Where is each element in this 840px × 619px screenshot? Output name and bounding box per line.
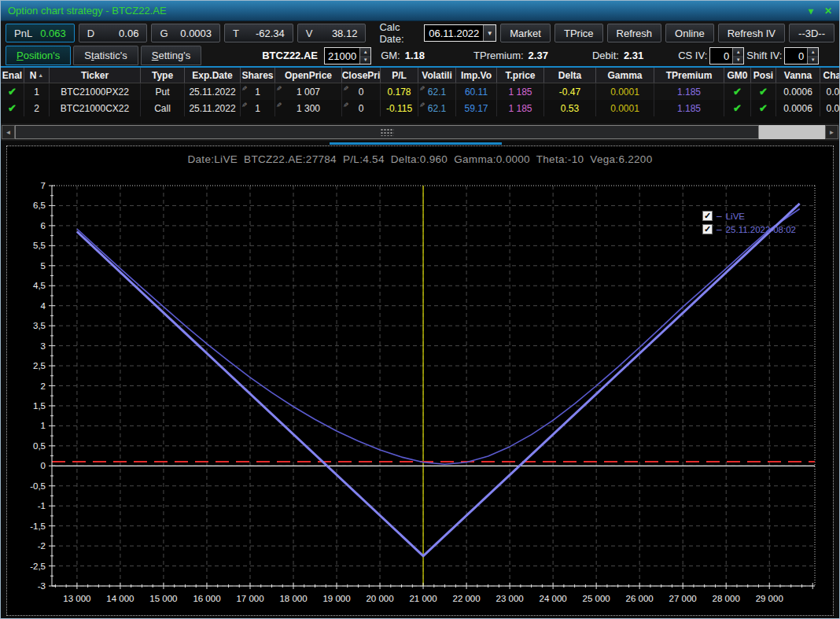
y-tick-label: -2: [38, 541, 46, 551]
spin-up-icon[interactable]: ▲: [360, 48, 370, 56]
online-button[interactable]: Online: [665, 24, 714, 42]
theta-label: T: [233, 28, 239, 39]
scrollbar-track[interactable]: [759, 125, 825, 139]
y-tick-label: -3: [38, 581, 46, 591]
legend-checkbox[interactable]: ✓: [702, 224, 713, 234]
column-header-open_price[interactable]: OpenPrice: [275, 68, 342, 83]
spin-up-icon[interactable]: ▲: [733, 48, 743, 56]
accent-divider: [330, 142, 502, 145]
x-tick-label: 26 000: [626, 594, 654, 603]
table-cell-ticker: BTC21000PX22: [50, 83, 141, 100]
tab-positions[interactable]: Position's: [6, 46, 71, 65]
column-header-delta[interactable]: Delta: [544, 68, 596, 83]
scroll-right-icon[interactable]: ►: [825, 125, 838, 139]
strike-spinner[interactable]: 21000 ▲ ▼: [324, 47, 371, 64]
tpremium-label: TPremium:: [473, 50, 524, 61]
column-header-imp_vo[interactable]: Imp.Vo: [456, 68, 497, 83]
threed-button[interactable]: --3D--: [789, 24, 834, 42]
cs-iv-label: CS IV:: [678, 50, 707, 61]
spin-down-icon[interactable]: ▼: [360, 56, 370, 64]
column-header-pl[interactable]: P/L: [381, 68, 418, 83]
column-header-posi[interactable]: Posi: [751, 68, 776, 83]
tab-statistics[interactable]: Statistic's: [73, 46, 138, 65]
scrollbar-thumb[interactable]: [15, 125, 759, 139]
pnl-stat-box[interactable]: PnL 0.063: [6, 24, 75, 42]
table-cell-posi[interactable]: ✔: [751, 83, 776, 100]
column-header-n[interactable]: N▲: [24, 68, 50, 83]
toolbar: PnL 0.063 D 0.06 G 0.0003 T -62.34 V 38.…: [1, 21, 839, 45]
table-row[interactable]: ✔1BTC21000PX22Put25.11.2022✎1✎1 007✎00.1…: [1, 83, 839, 100]
spin-down-icon[interactable]: ▼: [808, 56, 818, 64]
table-cell-enal[interactable]: ✔: [1, 100, 24, 116]
tab-row: Position's Statistic's Setting's BTCZ22.…: [1, 45, 839, 68]
y-tick-label: 3: [41, 341, 46, 351]
table-cell-enal[interactable]: ✔: [1, 83, 24, 100]
tab-settings[interactable]: Setting's: [141, 46, 201, 65]
column-header-close_pri[interactable]: ClosePri: [342, 68, 381, 83]
gm-value: 1.18: [405, 50, 425, 61]
theta-stat-box[interactable]: T -62.34: [224, 24, 293, 42]
table-cell-posi[interactable]: ✔: [751, 100, 776, 116]
table-cell-ticker: BTC21000CX22: [50, 100, 141, 116]
title-bar[interactable]: Option chart strategy - BTCZ22.AE ▾ ✕: [1, 1, 839, 21]
delta-stat-box[interactable]: D 0.06: [79, 24, 148, 42]
theta-value: -62.34: [256, 28, 285, 39]
minimize-icon[interactable]: ▾: [809, 6, 813, 17]
x-tick-label: 15 000: [149, 594, 177, 603]
column-header-gm0[interactable]: GM0: [724, 68, 751, 83]
column-header-type[interactable]: Type: [141, 68, 185, 83]
y-tick-label: 0,5: [33, 441, 46, 451]
table-cell-gamma: 0.0001: [596, 100, 654, 116]
column-header-gamma[interactable]: Gamma: [596, 68, 654, 83]
column-header-ticker[interactable]: Ticker: [50, 68, 141, 83]
chevron-down-icon[interactable]: ▼: [483, 25, 496, 41]
table-body: ✔1BTC21000PX22Put25.11.2022✎1✎1 007✎00.1…: [1, 83, 839, 116]
table-cell-imp_vo: 59.17: [456, 100, 497, 116]
x-tick-label: 23 000: [496, 594, 524, 603]
column-header-vanna[interactable]: Vanna: [776, 68, 820, 83]
strike-input[interactable]: 21000: [325, 48, 359, 64]
column-header-charm[interactable]: Charm: [820, 68, 839, 83]
legend-checkbox[interactable]: ✓: [702, 211, 713, 221]
column-header-exp_date[interactable]: Exp.Date: [185, 68, 241, 83]
y-tick-label: 1: [41, 421, 46, 430]
market-button[interactable]: Market: [500, 24, 551, 42]
column-header-volatili[interactable]: Volatili: [418, 68, 456, 83]
table-cell-gm0[interactable]: ✔: [724, 83, 751, 100]
vega-value: 38.12: [332, 28, 358, 39]
table-horizontal-scrollbar[interactable]: ◄ ►: [1, 123, 839, 141]
close-icon[interactable]: ✕: [824, 6, 832, 17]
table-cell-vanna: 0.0006: [776, 100, 820, 116]
x-tick-label: 22 000: [452, 594, 480, 603]
shift-iv-input[interactable]: 0: [785, 48, 807, 64]
refresh-button[interactable]: Refresh: [607, 24, 662, 42]
column-header-shares[interactable]: Shares: [241, 68, 275, 83]
spin-up-icon[interactable]: ▲: [808, 48, 818, 56]
tprice-button[interactable]: TPrice: [554, 24, 603, 42]
y-tick-label: 5,5: [33, 241, 46, 250]
vega-stat-box[interactable]: V 38.12: [297, 24, 367, 42]
refresh-iv-button[interactable]: Refresh IV: [718, 24, 785, 42]
table-cell-gamma: 0.0001: [596, 83, 654, 100]
calc-date-combobox[interactable]: 06.11.2022 ▼: [424, 24, 496, 42]
legend-item-live: ✓ – LiVE: [702, 209, 796, 223]
column-header-enal[interactable]: Enal: [1, 68, 24, 83]
column-header-t_price[interactable]: T.price: [497, 68, 544, 83]
table-row[interactable]: ✔2BTC21000CX22Call25.11.2022✎1✎1 300✎0-0…: [1, 100, 839, 116]
x-tick-label: 16 000: [193, 594, 220, 603]
spin-down-icon[interactable]: ▼: [733, 56, 743, 64]
table-cell-gm0[interactable]: ✔: [724, 100, 751, 116]
shift-iv-spinner[interactable]: 0 ▲ ▼: [784, 47, 819, 64]
scroll-left-icon[interactable]: ◄: [2, 125, 15, 139]
cs-iv-spinner[interactable]: 0 ▲ ▼: [709, 47, 744, 64]
pencil-icon: ✎: [419, 85, 426, 93]
y-tick-label: 6: [41, 221, 46, 230]
legend-label: 25.11.2022-08:02: [726, 225, 796, 234]
table-cell-close_pri: ✎0: [342, 100, 381, 116]
column-header-tpremium[interactable]: TPremium: [654, 68, 724, 83]
table-header-row: EnalN▲TickerTypeExp.DateSharesOpenPriceC…: [1, 68, 839, 83]
gamma-stat-box[interactable]: G 0.0003: [151, 24, 220, 42]
x-tick-label: 18 000: [279, 594, 307, 603]
pencil-icon: ✎: [241, 101, 248, 109]
cs-iv-input[interactable]: 0: [710, 48, 732, 64]
